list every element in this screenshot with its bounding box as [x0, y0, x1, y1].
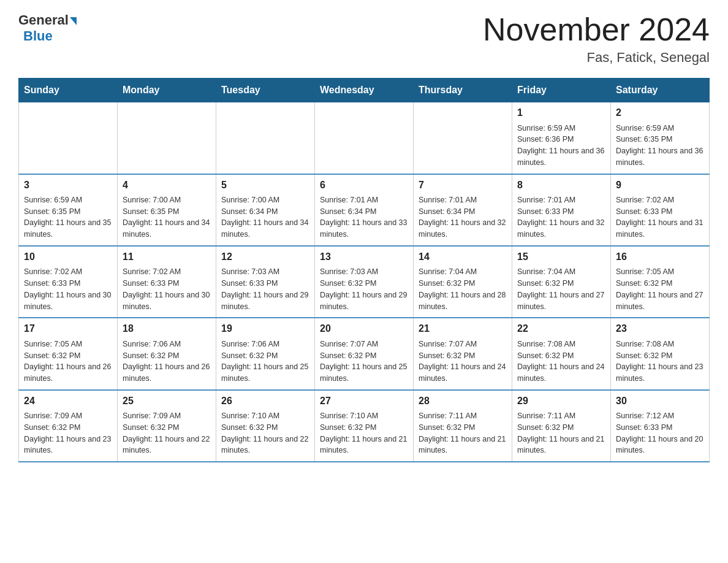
- calendar-cell: 27Sunrise: 7:10 AMSunset: 6:32 PMDayligh…: [315, 390, 414, 462]
- day-info: Sunrise: 7:09 AMSunset: 6:32 PMDaylight:…: [24, 412, 111, 454]
- day-number: 30: [616, 394, 704, 408]
- header-sunday: Sunday: [19, 79, 118, 102]
- day-number: 18: [123, 322, 211, 335]
- header-tuesday: Tuesday: [216, 79, 315, 102]
- day-info: Sunrise: 7:11 AMSunset: 6:32 PMDaylight:…: [517, 412, 604, 454]
- day-info: Sunrise: 6:59 AMSunset: 6:35 PMDaylight:…: [24, 196, 111, 239]
- day-number: 1: [517, 106, 605, 120]
- day-info: Sunrise: 7:01 AMSunset: 6:33 PMDaylight:…: [517, 196, 604, 239]
- calendar-cell: 10Sunrise: 7:02 AMSunset: 6:33 PMDayligh…: [19, 246, 118, 318]
- calendar-cell: 5Sunrise: 7:00 AMSunset: 6:34 PMDaylight…: [216, 174, 315, 246]
- day-number: 5: [221, 178, 309, 192]
- calendar-cell: 1Sunrise: 6:59 AMSunset: 6:36 PMDaylight…: [512, 102, 611, 174]
- calendar-cell: 24Sunrise: 7:09 AMSunset: 6:32 PMDayligh…: [19, 390, 118, 462]
- day-info: Sunrise: 7:08 AMSunset: 6:32 PMDaylight:…: [517, 340, 604, 383]
- day-info: Sunrise: 7:11 AMSunset: 6:32 PMDaylight:…: [419, 412, 506, 454]
- calendar-cell: 22Sunrise: 7:08 AMSunset: 6:32 PMDayligh…: [512, 318, 611, 389]
- calendar-cell: 21Sunrise: 7:07 AMSunset: 6:32 PMDayligh…: [414, 318, 512, 389]
- day-info: Sunrise: 7:02 AMSunset: 6:33 PMDaylight:…: [123, 267, 210, 310]
- calendar-cell: 13Sunrise: 7:03 AMSunset: 6:32 PMDayligh…: [315, 246, 414, 318]
- day-info: Sunrise: 7:10 AMSunset: 6:32 PMDaylight:…: [221, 412, 308, 454]
- day-number: 12: [221, 250, 309, 264]
- logo-arrow-icon: [70, 17, 77, 25]
- calendar-week-row: 3Sunrise: 6:59 AMSunset: 6:35 PMDaylight…: [19, 174, 710, 246]
- header-friday: Friday: [512, 79, 611, 102]
- header-monday: Monday: [118, 79, 216, 102]
- calendar-cell: 16Sunrise: 7:05 AMSunset: 6:32 PMDayligh…: [611, 246, 710, 318]
- day-number: 3: [24, 178, 112, 192]
- calendar-cell: [118, 102, 216, 174]
- day-info: Sunrise: 7:03 AMSunset: 6:33 PMDaylight:…: [221, 267, 308, 310]
- day-info: Sunrise: 7:03 AMSunset: 6:32 PMDaylight:…: [320, 267, 407, 310]
- header-wednesday: Wednesday: [315, 79, 414, 102]
- day-number: 13: [320, 250, 408, 264]
- calendar-week-row: 24Sunrise: 7:09 AMSunset: 6:32 PMDayligh…: [19, 390, 710, 462]
- calendar-cell: 3Sunrise: 6:59 AMSunset: 6:35 PMDaylight…: [19, 174, 118, 246]
- day-number: 8: [517, 178, 605, 192]
- calendar-cell: 20Sunrise: 7:07 AMSunset: 6:32 PMDayligh…: [315, 318, 414, 389]
- day-number: 19: [221, 322, 309, 335]
- calendar-cell: 8Sunrise: 7:01 AMSunset: 6:33 PMDaylight…: [512, 174, 611, 246]
- title-area: November 2024 Fas, Fatick, Senegal: [483, 12, 710, 66]
- day-info: Sunrise: 7:04 AMSunset: 6:32 PMDaylight:…: [419, 267, 506, 310]
- day-info: Sunrise: 7:08 AMSunset: 6:32 PMDaylight:…: [616, 340, 703, 383]
- day-info: Sunrise: 7:07 AMSunset: 6:32 PMDaylight:…: [419, 340, 506, 383]
- calendar-title: November 2024: [483, 12, 710, 47]
- day-number: 21: [419, 322, 507, 335]
- calendar-cell: [19, 102, 118, 174]
- calendar-cell: 25Sunrise: 7:09 AMSunset: 6:32 PMDayligh…: [118, 390, 216, 462]
- logo-blue: Blue: [23, 28, 53, 44]
- day-info: Sunrise: 7:06 AMSunset: 6:32 PMDaylight:…: [123, 340, 210, 383]
- calendar-cell: 17Sunrise: 7:05 AMSunset: 6:32 PMDayligh…: [19, 318, 118, 389]
- header-saturday: Saturday: [611, 79, 710, 102]
- calendar-cell: 23Sunrise: 7:08 AMSunset: 6:32 PMDayligh…: [611, 318, 710, 389]
- calendar-cell: 15Sunrise: 7:04 AMSunset: 6:32 PMDayligh…: [512, 246, 611, 318]
- day-number: 24: [24, 394, 112, 408]
- calendar-cell: [414, 102, 512, 174]
- day-number: 17: [24, 322, 112, 335]
- calendar-week-row: 17Sunrise: 7:05 AMSunset: 6:32 PMDayligh…: [19, 318, 710, 389]
- calendar-table: Sunday Monday Tuesday Wednesday Thursday…: [18, 78, 710, 462]
- day-number: 14: [419, 250, 507, 264]
- calendar-cell: 6Sunrise: 7:01 AMSunset: 6:34 PMDaylight…: [315, 174, 414, 246]
- calendar-week-row: 1Sunrise: 6:59 AMSunset: 6:36 PMDaylight…: [19, 102, 710, 174]
- calendar-header-row: Sunday Monday Tuesday Wednesday Thursday…: [19, 79, 710, 102]
- calendar-cell: 4Sunrise: 7:00 AMSunset: 6:35 PMDaylight…: [118, 174, 216, 246]
- calendar-week-row: 10Sunrise: 7:02 AMSunset: 6:33 PMDayligh…: [19, 246, 710, 318]
- day-number: 11: [123, 250, 211, 264]
- header: General Blue November 2024 Fas, Fatick, …: [18, 12, 710, 66]
- day-info: Sunrise: 6:59 AMSunset: 6:36 PMDaylight:…: [517, 124, 604, 167]
- day-number: 15: [517, 250, 605, 264]
- day-info: Sunrise: 7:06 AMSunset: 6:32 PMDaylight:…: [221, 340, 308, 383]
- logo: General Blue: [18, 12, 77, 44]
- calendar-cell: [216, 102, 315, 174]
- calendar-subtitle: Fas, Fatick, Senegal: [483, 50, 710, 66]
- calendar-cell: 26Sunrise: 7:10 AMSunset: 6:32 PMDayligh…: [216, 390, 315, 462]
- day-number: 22: [517, 322, 605, 335]
- calendar-cell: 30Sunrise: 7:12 AMSunset: 6:33 PMDayligh…: [611, 390, 710, 462]
- day-info: Sunrise: 6:59 AMSunset: 6:35 PMDaylight:…: [616, 124, 703, 167]
- logo-general: General: [18, 12, 69, 28]
- day-info: Sunrise: 7:01 AMSunset: 6:34 PMDaylight:…: [419, 196, 506, 239]
- calendar-cell: 18Sunrise: 7:06 AMSunset: 6:32 PMDayligh…: [118, 318, 216, 389]
- day-number: 27: [320, 394, 408, 408]
- day-info: Sunrise: 7:02 AMSunset: 6:33 PMDaylight:…: [616, 196, 703, 239]
- day-info: Sunrise: 7:01 AMSunset: 6:34 PMDaylight:…: [320, 196, 407, 239]
- day-info: Sunrise: 7:00 AMSunset: 6:35 PMDaylight:…: [123, 196, 210, 239]
- calendar-cell: 28Sunrise: 7:11 AMSunset: 6:32 PMDayligh…: [414, 390, 512, 462]
- day-number: 2: [616, 106, 704, 120]
- header-thursday: Thursday: [414, 79, 512, 102]
- day-info: Sunrise: 7:10 AMSunset: 6:32 PMDaylight:…: [320, 412, 407, 454]
- calendar-cell: 7Sunrise: 7:01 AMSunset: 6:34 PMDaylight…: [414, 174, 512, 246]
- day-number: 28: [419, 394, 507, 408]
- day-info: Sunrise: 7:05 AMSunset: 6:32 PMDaylight:…: [616, 267, 703, 310]
- day-number: 4: [123, 178, 211, 192]
- day-info: Sunrise: 7:12 AMSunset: 6:33 PMDaylight:…: [616, 412, 703, 454]
- day-number: 20: [320, 322, 408, 335]
- calendar-cell: 9Sunrise: 7:02 AMSunset: 6:33 PMDaylight…: [611, 174, 710, 246]
- day-number: 26: [221, 394, 309, 408]
- calendar-cell: 14Sunrise: 7:04 AMSunset: 6:32 PMDayligh…: [414, 246, 512, 318]
- calendar-cell: [315, 102, 414, 174]
- day-number: 9: [616, 178, 704, 192]
- day-number: 25: [123, 394, 211, 408]
